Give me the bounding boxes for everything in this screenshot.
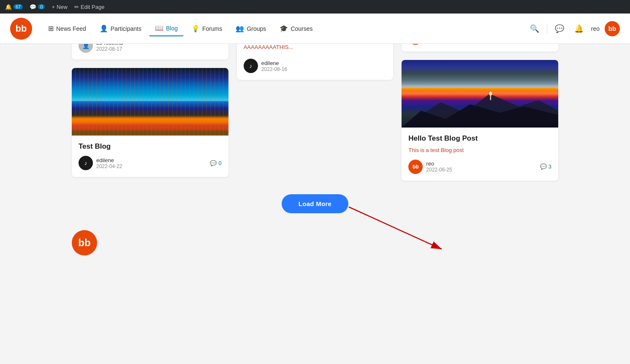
admin-new-label: New xyxy=(57,4,68,10)
site-logo[interactable]: bb xyxy=(10,18,32,40)
hello-blog-author: bb reo 2022-06-25 xyxy=(408,160,452,174)
nav-courses[interactable]: 🎓 Courses xyxy=(274,21,318,36)
pencil-icon: ✏ xyxy=(74,4,79,10)
admin-edit-page[interactable]: ✏ Edit Page xyxy=(74,4,104,10)
comment-count-badge: 0 xyxy=(38,4,45,9)
hello-blog-comment-count: 3 xyxy=(549,163,551,170)
bell-icon[interactable]: 🔔 xyxy=(572,22,586,36)
notification-icon: 🔔 xyxy=(5,4,12,10)
admin-bar: 🔔 67 💬 0 + New ✏ Edit Page xyxy=(0,0,630,14)
text-card-author-date: 2022-08-16 xyxy=(261,66,287,72)
nav-participants[interactable]: 👤 Participants xyxy=(94,21,147,36)
comment-icon: 💬 xyxy=(30,4,36,10)
footer-logo-wrap: bb xyxy=(62,230,568,269)
nav-groups-label: Groups xyxy=(247,25,266,32)
hello-blog-footer: bb reo 2022-06-25 💬 3 xyxy=(408,160,551,174)
test-blog-author-info: edilene 2022-04-22 xyxy=(96,157,122,169)
hello-blog-author-name: reo xyxy=(426,160,452,167)
admin-comments[interactable]: 💬 0 xyxy=(30,4,45,10)
hello-blog-author-info: reo 2022-06-25 xyxy=(426,160,452,173)
groups-icon: 👥 xyxy=(236,24,244,33)
music-icon-2: ♪ xyxy=(249,62,252,69)
test-blog-author-name: edilene xyxy=(96,157,122,163)
text-card-author-info: edilene 2022-08-16 xyxy=(261,60,287,72)
test-blog-comment-count: 0 xyxy=(218,160,221,166)
newsfeed-icon: ⊞ xyxy=(48,24,54,33)
nav-newsfeed[interactable]: ⊞ News Feed xyxy=(42,21,92,36)
comment-bubble-icon: 💬 xyxy=(210,160,217,166)
text-card-avatar: ♪ xyxy=(244,59,258,73)
test-blog-card[interactable]: Test Blog ♪ edilene 2022-04-22 xyxy=(72,68,228,177)
test-blog-comments: 💬 0 xyxy=(210,160,221,166)
nav-right: 🔍 💬 🔔 reo bb xyxy=(527,21,620,36)
music-icon: ♪ xyxy=(84,160,87,166)
nav-forums-label: Forums xyxy=(202,25,222,32)
admin-new[interactable]: + New xyxy=(52,4,68,10)
load-more-section: Load More xyxy=(72,194,558,213)
text-card-author-name: edilene xyxy=(261,60,287,66)
nav-participants-label: Participants xyxy=(111,25,141,32)
test-blog-author: ♪ edilene 2022-04-22 xyxy=(79,156,122,170)
participants-icon: 👤 xyxy=(100,24,108,33)
nav-newsfeed-label: News Feed xyxy=(56,25,86,32)
plus-icon: + xyxy=(52,4,55,10)
messages-icon[interactable]: 💬 xyxy=(552,22,567,36)
nav-divider xyxy=(547,24,547,34)
hello-blog-author-date: 2022-06-25 xyxy=(426,167,452,173)
nav-forums[interactable]: 💡 Forums xyxy=(185,21,228,36)
hello-blog-image xyxy=(402,60,558,128)
hello-blog-body: Hello Test Blog Post This is a test Blog… xyxy=(402,128,558,181)
test-blog-footer: ♪ edilene 2022-04-22 💬 0 xyxy=(79,156,222,170)
test-blog-author-date: 2022-04-22 xyxy=(96,163,122,169)
nav-courses-label: Courses xyxy=(291,25,312,32)
admin-notifications[interactable]: 🔔 67 xyxy=(5,4,23,10)
nav-blog[interactable]: 📖 Blog xyxy=(149,21,184,36)
top-nav: bb ⊞ News Feed 👤 Participants 📖 Blog 💡 F… xyxy=(0,14,630,44)
nav-groups[interactable]: 👥 Groups xyxy=(230,21,272,36)
text-card-author: ♪ edilene 2022-08-16 xyxy=(244,59,287,73)
nav-blog-label: Blog xyxy=(166,25,178,32)
text-card-footer: ♪ edilene 2022-08-16 xyxy=(244,59,387,73)
hello-blog-avatar: bb xyxy=(408,160,423,174)
nav-links: ⊞ News Feed 👤 Participants 📖 Blog 💡 Foru… xyxy=(42,21,524,36)
forums-icon: 💡 xyxy=(191,24,200,33)
nav-avatar[interactable]: bb xyxy=(605,21,620,36)
courses-icon: 🎓 xyxy=(280,24,288,33)
hello-blog-excerpt: This is a test Blog post xyxy=(408,146,551,155)
blog-icon: 📖 xyxy=(155,24,163,32)
blog-card-image xyxy=(72,68,228,136)
load-more-button[interactable]: Load More xyxy=(282,194,349,213)
hello-blog-card[interactable]: Hello Test Blog Post This is a test Blog… xyxy=(402,60,558,181)
partial-author-date: 2022-08-17 xyxy=(96,46,123,52)
test-blog-avatar: ♪ xyxy=(79,156,93,170)
comment-bubble-icon-3: 💬 xyxy=(540,163,547,170)
search-icon[interactable]: 🔍 xyxy=(527,22,542,36)
avatar-initials: bb xyxy=(608,25,616,32)
footer-logo: bb xyxy=(72,230,97,255)
notification-count: 67 xyxy=(14,4,23,9)
logo-icon: bb xyxy=(16,23,27,34)
footer-logo-icon: bb xyxy=(78,237,90,249)
svg-point-2 xyxy=(489,92,492,96)
test-blog-body: Test Blog ♪ edilene 2022-04-22 xyxy=(72,136,228,177)
test-blog-title: Test Blog xyxy=(79,142,222,151)
reo-avatar-icon-2: bb xyxy=(413,164,419,170)
admin-edit-label: Edit Page xyxy=(81,4,104,10)
hello-blog-comments: 💬 3 xyxy=(540,163,551,170)
hello-blog-title: Hello Test Blog Post xyxy=(408,134,551,143)
nav-username: reo xyxy=(591,25,600,32)
